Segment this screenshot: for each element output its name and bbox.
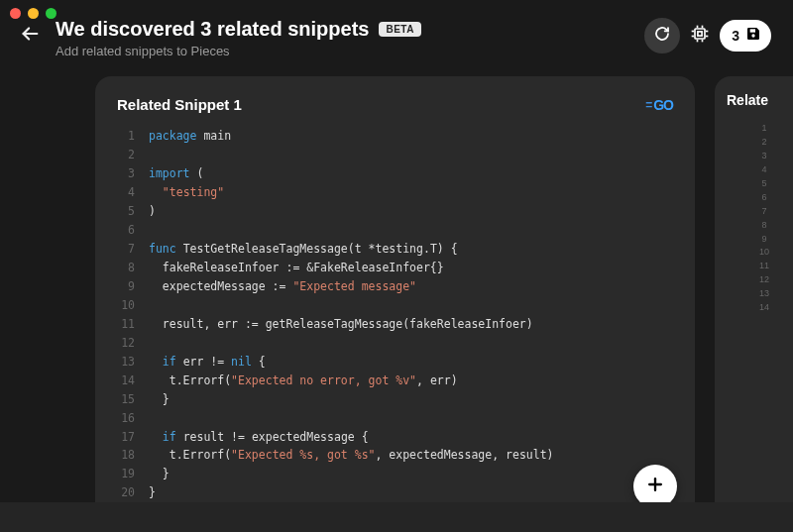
line-number: 14 [727, 301, 793, 315]
line-number: 11 [117, 315, 135, 334]
line-number: 11 [727, 260, 793, 273]
plus-icon [645, 475, 665, 498]
line-number: 6 [117, 221, 135, 240]
line-number: 9 [727, 233, 793, 247]
window-minimize-button[interactable] [28, 8, 39, 19]
footer-bar [0, 502, 793, 532]
save-icon [745, 26, 761, 46]
save-count: 3 [732, 28, 739, 44]
snippet-card-2: Relate 1234567891011121314 [715, 76, 793, 526]
line-number: 5 [117, 202, 135, 221]
svg-point-11 [751, 34, 754, 37]
line-number: 14 [117, 372, 135, 390]
window-traffic-lights [10, 8, 57, 19]
line-number: 8 [117, 259, 135, 277]
line-number: 10 [727, 246, 793, 260]
line-number-gutter: 1234567891011121314 [727, 122, 793, 315]
line-number-gutter: 1234567891011121314151617181920 [117, 127, 149, 502]
save-all-button[interactable]: 3 [720, 20, 771, 52]
line-number: 8 [727, 219, 793, 233]
processor-button[interactable] [690, 26, 710, 46]
page-title: We discovered 3 related snippets [56, 18, 369, 41]
refresh-button[interactable] [644, 18, 680, 53]
svg-rect-1 [695, 29, 705, 39]
line-number: 2 [117, 146, 135, 164]
line-number: 13 [727, 287, 793, 301]
language-badge: = GO [645, 97, 673, 113]
go-logo-text: GO [653, 97, 673, 113]
line-number: 2 [727, 136, 793, 150]
code-content[interactable]: package main import ( "testing" ) func T… [149, 127, 554, 502]
line-number: 9 [117, 277, 135, 296]
line-number: 12 [117, 334, 135, 353]
window-close-button[interactable] [10, 8, 21, 19]
snippet-card-title: Relate [727, 92, 793, 108]
line-number: 13 [117, 353, 135, 372]
line-number: 10 [117, 296, 135, 315]
line-number: 18 [117, 446, 135, 465]
line-number: 19 [117, 465, 135, 483]
line-number: 17 [117, 428, 135, 447]
line-number: 16 [117, 409, 135, 428]
line-number: 5 [727, 177, 793, 191]
cards-row: Related Snippet 1 = GO 12345678910111213… [0, 76, 793, 526]
line-number: 1 [727, 122, 793, 136]
snippet-card-title: Related Snippet 1 [117, 96, 242, 113]
line-number: 4 [117, 183, 135, 202]
line-number: 7 [727, 205, 793, 219]
snippet-card-1: Related Snippet 1 = GO 12345678910111213… [95, 76, 695, 526]
refresh-icon [654, 26, 670, 46]
app-header: We discovered 3 related snippets BETA Ad… [0, 0, 793, 76]
processor-icon [690, 24, 710, 48]
line-number: 15 [117, 390, 135, 409]
header-toolbar: 3 [644, 18, 771, 53]
line-number: 3 [727, 150, 793, 163]
line-number: 1 [117, 127, 135, 146]
beta-badge: BETA [379, 22, 420, 37]
line-number: 3 [117, 164, 135, 183]
page-subtitle: Add related snippets to Pieces [56, 44, 630, 58]
line-number: 12 [727, 273, 793, 287]
line-number: 4 [727, 163, 793, 177]
line-number: 7 [117, 240, 135, 259]
title-block: We discovered 3 related snippets BETA Ad… [56, 18, 630, 58]
back-button[interactable] [18, 22, 42, 46]
svg-rect-2 [698, 32, 702, 36]
window-maximize-button[interactable] [46, 8, 57, 19]
code-block: 1234567891011121314151617181920 package … [117, 127, 673, 502]
line-number: 20 [117, 483, 135, 502]
line-number: 6 [727, 191, 793, 205]
go-logo-lines-icon: = [645, 98, 652, 112]
